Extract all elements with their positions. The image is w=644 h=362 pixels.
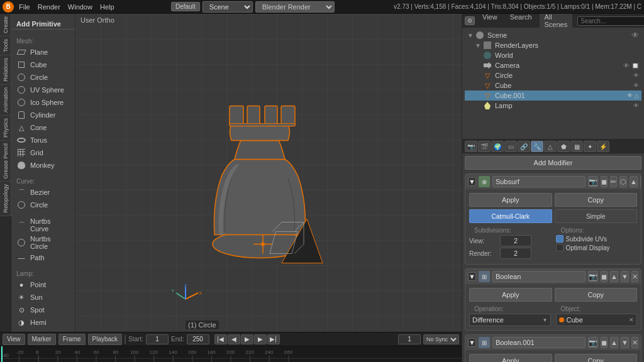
- bool001-cam-btn[interactable]: 📷: [588, 337, 598, 348]
- bool-delete-btn[interactable]: ✕: [631, 271, 638, 282]
- timeline-marker-btn[interactable]: Marker: [28, 334, 56, 345]
- layout-selector[interactable]: Default: [171, 2, 200, 11]
- start-frame-input[interactable]: [146, 334, 169, 344]
- prop-icon-data[interactable]: △: [544, 141, 557, 152]
- sidebar-item-icosphere[interactable]: Ico Sphere: [11, 96, 75, 109]
- prop-icon-scene[interactable]: 🎬: [478, 141, 491, 152]
- cube001-eye[interactable]: 👁 △: [627, 92, 639, 99]
- sidebar-item-cylinder[interactable]: Cylinder: [11, 109, 75, 121]
- boolean-object-field[interactable]: Cube: [556, 314, 638, 326]
- menu-file[interactable]: File: [19, 3, 30, 11]
- tab-tools[interactable]: Tools: [0, 36, 11, 55]
- cube-eye[interactable]: 👁: [633, 82, 639, 89]
- bool001-down-btn[interactable]: ▼: [621, 337, 629, 348]
- prop-icon-material[interactable]: ⬟: [557, 141, 570, 152]
- tab-view[interactable]: View: [477, 14, 502, 30]
- tree-item-scene[interactable]: ▼ Scene 👁: [465, 30, 641, 40]
- tree-item-cube[interactable]: ▽ Cube 👁: [465, 80, 641, 90]
- renderer-selector[interactable]: Blender Render: [255, 1, 335, 13]
- view-value[interactable]: [500, 235, 531, 246]
- tree-eye-camera[interactable]: 👁 🔲: [623, 62, 639, 69]
- prop-icon-particles[interactable]: ✦: [584, 141, 596, 152]
- simple-btn[interactable]: Simple: [555, 209, 638, 223]
- mod-down-btn[interactable]: ▼: [640, 176, 641, 187]
- timeline-playback-btn[interactable]: Playback: [88, 334, 123, 345]
- prop-icon-world[interactable]: 🌍: [491, 141, 504, 152]
- modifier-boolean001-toggle[interactable]: ▼: [468, 338, 476, 347]
- bool-down-btn[interactable]: ▼: [621, 271, 629, 282]
- sidebar-item-path[interactable]: — Path: [11, 251, 75, 264]
- tab-all-scenes[interactable]: All Scenes: [540, 14, 573, 30]
- tab-search[interactable]: Search: [505, 14, 537, 30]
- timeline-view-btn[interactable]: View: [3, 334, 25, 345]
- sidebar-item-grid[interactable]: Grid: [11, 146, 75, 159]
- modifier-subsurf-name[interactable]: [492, 176, 586, 187]
- menu-render[interactable]: Render: [38, 3, 60, 11]
- next-frame-btn[interactable]: ▶: [254, 334, 267, 344]
- tab-animation[interactable]: Animation: [0, 85, 11, 116]
- sidebar-item-cone[interactable]: △ Cone: [11, 121, 75, 134]
- catmull-clark-btn[interactable]: Catmull-Clark: [469, 209, 552, 223]
- prop-icon-object[interactable]: ▭: [504, 141, 517, 152]
- prop-icon-constraints[interactable]: 🔗: [518, 141, 530, 152]
- sidebar-item-nurbs-circle[interactable]: Nurtbs Circle: [11, 234, 75, 251]
- sidebar-item-torus[interactable]: Torus: [11, 134, 75, 146]
- sidebar-item-sun[interactable]: ☀ Sun: [11, 291, 75, 304]
- bool-up-btn[interactable]: ▲: [610, 271, 618, 282]
- menu-help[interactable]: Help: [100, 3, 114, 11]
- tree-eye-scene[interactable]: 👁: [631, 31, 639, 40]
- end-frame-input[interactable]: [187, 334, 209, 344]
- sidebar-item-curve-circle[interactable]: Circle: [11, 199, 75, 211]
- sidebar-item-uvsphere[interactable]: UV Sphere: [11, 84, 75, 96]
- current-frame-input[interactable]: [398, 334, 421, 344]
- prop-icon-modifiers[interactable]: 🔧: [531, 141, 543, 152]
- timeline-ruler[interactable]: -40 -20 0 20 40 60 80 100 120 140 160 18…: [0, 346, 462, 362]
- boolean001-copy-btn[interactable]: Copy: [555, 354, 638, 362]
- boolean-copy-btn[interactable]: Copy: [555, 288, 638, 302]
- play-btn[interactable]: ▶: [241, 334, 253, 344]
- tab-retopology[interactable]: Retopology: [0, 182, 11, 216]
- modifier-boolean001-name[interactable]: [492, 337, 586, 348]
- tree-item-renderlayers[interactable]: ▼ RenderLayers: [465, 40, 641, 50]
- sidebar-item-nurbs-curve[interactable]: ⌒ Nurtbs Curve: [11, 216, 75, 234]
- circle-eye[interactable]: 👁: [633, 72, 639, 79]
- tree-item-circle[interactable]: ▽ Circle 👁: [465, 70, 641, 80]
- mod-cage-btn[interactable]: ⬡: [619, 176, 627, 187]
- subsurf-apply-btn[interactable]: Apply: [469, 193, 552, 207]
- prop-icon-render[interactable]: 📷: [465, 141, 477, 152]
- tree-item-lamp[interactable]: Lamp 👁: [465, 101, 641, 111]
- timeline-frame-btn[interactable]: Frame: [58, 334, 86, 345]
- viewport[interactable]: User Ortho: [75, 14, 462, 362]
- sidebar-item-cube[interactable]: Cube: [11, 58, 75, 71]
- sync-select[interactable]: No Sync: [423, 334, 459, 344]
- sidebar-item-spot[interactable]: ⊙ Spot: [11, 304, 75, 316]
- sidebar-item-bezier[interactable]: ⌒ Bezier: [11, 186, 75, 199]
- mod-up-btn[interactable]: ▲: [630, 176, 638, 187]
- tab-relations[interactable]: Relations: [0, 55, 11, 85]
- subdivide-uvs-checkbox[interactable]: [556, 235, 564, 243]
- menu-window[interactable]: Window: [68, 3, 92, 11]
- prop-icon-physics[interactable]: ⚡: [597, 141, 609, 152]
- mod-cam-btn[interactable]: 📷: [588, 176, 598, 187]
- tree-item-cube001[interactable]: ▽ Cube.001 👁 △: [465, 90, 641, 101]
- tree-item-world[interactable]: World: [465, 50, 641, 60]
- bool-cam-btn[interactable]: 📷: [588, 271, 598, 282]
- tree-item-camera[interactable]: Camera 👁 🔲: [465, 60, 641, 70]
- prev-frame-btn[interactable]: ◀: [228, 334, 240, 344]
- modifier-boolean-name[interactable]: [492, 271, 586, 282]
- lamp-eye[interactable]: 👁: [633, 102, 639, 109]
- sidebar-item-circle[interactable]: Circle: [11, 71, 75, 84]
- subsurf-copy-btn[interactable]: Copy: [555, 193, 638, 207]
- optimal-display-checkbox[interactable]: [556, 244, 564, 251]
- tab-create[interactable]: Create: [0, 14, 11, 36]
- boolean-apply-btn[interactable]: Apply: [469, 288, 552, 302]
- outliner-search[interactable]: [577, 16, 644, 26]
- mod-edit-btn[interactable]: ✏: [610, 176, 617, 187]
- outliner-icon-props[interactable]: ⚙: [465, 16, 475, 25]
- mod-render-btn[interactable]: ◼: [601, 176, 608, 187]
- sidebar-item-monkey[interactable]: Monkey: [11, 159, 75, 172]
- bool-render-btn[interactable]: ◼: [601, 271, 608, 282]
- sidebar-item-plane[interactable]: Plane: [11, 46, 75, 58]
- modifier-subsurf-toggle[interactable]: ▼: [468, 177, 476, 186]
- bool001-up-btn[interactable]: ▲: [610, 337, 618, 348]
